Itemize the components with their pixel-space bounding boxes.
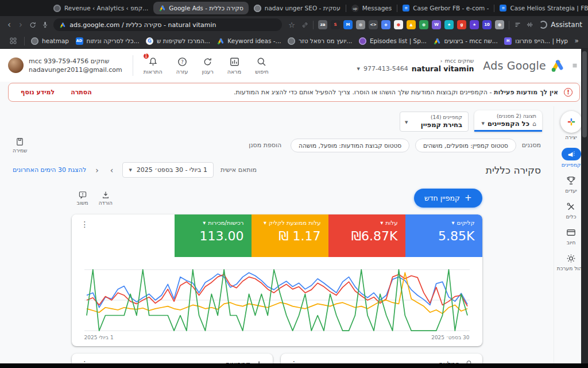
extension-icon[interactable]: W xyxy=(432,20,441,29)
rail-item-create[interactable]: יצירה xyxy=(560,111,582,140)
forward-button[interactable]: › xyxy=(17,21,24,29)
scrollbar-thumb[interactable] xyxy=(582,51,587,137)
metric-avg-cpc[interactable]: עלות ממוצעת לקליק▼ ₪ 1.17 xyxy=(252,214,328,257)
bookmark-item[interactable]: Keyword ideas -... xyxy=(216,37,281,45)
bookmark-item[interactable]: Episodes list | Sp... xyxy=(359,37,427,45)
rail-item-billing[interactable]: חיוב xyxy=(566,227,577,246)
feedback-button[interactable]: משוב xyxy=(77,190,88,206)
extension-icon[interactable]: ● xyxy=(495,20,504,29)
link-icon[interactable] xyxy=(301,21,308,29)
mic-icon[interactable] xyxy=(41,21,49,29)
chevron-down-icon: ▼ xyxy=(203,221,206,225)
alert-banner: ! אין לך מודעות פעילות - הקמפיינים וקבוצ… xyxy=(8,83,580,102)
bookmark-star-icon[interactable]: ☆ xyxy=(287,21,297,29)
date-prev-button[interactable]: ‹ xyxy=(93,166,101,175)
rail-item-tools[interactable]: כלים xyxy=(566,201,577,220)
reload-button[interactable] xyxy=(29,21,37,29)
menu-icon[interactable] xyxy=(570,60,580,71)
appearance-button[interactable]: מראה xyxy=(227,56,241,75)
refresh-button[interactable]: רענון xyxy=(202,56,214,75)
hide-alert-button[interactable]: הסתרה xyxy=(71,89,92,96)
campaign-picker-dropdown[interactable]: קמפיינים (14) בחירת קמפיין ▼ xyxy=(400,112,469,132)
browser-tab-active[interactable]: Google Ads - סקירה כללית xyxy=(153,2,248,14)
bookmark-item[interactable]: יועץ מס רפאל טזר... xyxy=(288,37,352,45)
rail-item-campaigns[interactable]: קמפיינים xyxy=(562,148,581,168)
extension-icon[interactable]: <> xyxy=(369,20,378,29)
rail-item-goals[interactable]: יעדים xyxy=(565,175,577,194)
create-plus-icon xyxy=(560,111,582,133)
reading-list-icon[interactable] xyxy=(514,21,521,29)
save-button[interactable]: שמירה xyxy=(13,137,27,154)
page-scrollbar[interactable] xyxy=(581,49,588,363)
waveform-icon[interactable] xyxy=(526,21,533,29)
date-range-dropdown[interactable]: 1 ביולי - 30 בספט׳ 2025 ▼ xyxy=(122,162,213,178)
extension-icon[interactable]: M xyxy=(343,20,353,29)
bookmark-item[interactable]: heatmap xyxy=(31,37,69,45)
browser-tab-strip: Revenue ‹ Analytics ‹ קמפ... Google Ads … xyxy=(0,0,588,16)
bookmark-item[interactable]: ADכלי לסריקה וניתוח... xyxy=(76,37,140,45)
overview-chart[interactable] xyxy=(84,265,470,333)
extension-icon[interactable]: S xyxy=(331,20,340,29)
metric-cost[interactable]: עלות▼ ₪6.87K xyxy=(328,214,405,257)
google-ads-icon xyxy=(433,37,440,45)
overview-chart-card: קליקים▼ 5.85K עלות▼ ₪6.87K עלות ממוצעת ל… xyxy=(72,214,482,346)
date-next-button[interactable]: › xyxy=(108,166,116,175)
page-title: סקירה כללית xyxy=(486,164,541,176)
window-bottom-edge xyxy=(0,363,588,368)
refresh-icon xyxy=(202,56,213,67)
browser-tab[interactable]: nadav unger SEO - עסקית xyxy=(249,2,346,14)
bookmark-item[interactable]: ביצועים - mcc שח... xyxy=(433,37,497,45)
extension-icon[interactable]: 10 xyxy=(482,20,492,29)
last-30-days-link[interactable]: להצגת 30 הימים האחרונים xyxy=(13,166,86,174)
app-header: Ads Google mcc שחקים‹ natural vitamin 97… xyxy=(0,49,588,82)
extension-icon[interactable]: ▲ xyxy=(407,20,416,29)
extension-icon[interactable]: ● xyxy=(419,20,428,29)
help-button[interactable]: ? עזרה xyxy=(176,56,188,75)
google-ads-favicon xyxy=(59,22,65,28)
learn-more-button[interactable]: למידע נוסף xyxy=(21,89,55,96)
google-icon: G xyxy=(146,37,153,45)
download-button[interactable]: הורדה xyxy=(99,190,113,206)
browser-tab[interactable]: Revenue ‹ Analytics ‹ קמפ... xyxy=(48,2,153,14)
chevron-down-icon: ▼ xyxy=(380,221,383,225)
bookmark-item[interactable]: Hהייפ פתרונו... | Hyp xyxy=(504,37,568,45)
extension-icon[interactable]: ★ xyxy=(444,20,454,29)
trophy-icon xyxy=(566,175,577,186)
account-picker[interactable]: mcc שחקים‹ natural vitamin 977-413-5464 … xyxy=(357,57,474,73)
apps-grid-icon[interactable] xyxy=(9,37,17,45)
extension-icon[interactable]: ● xyxy=(394,20,403,29)
extension-icon[interactable]: g xyxy=(457,20,466,29)
url-bar[interactable]: ads.google.com / סקירה כללית - natural v… xyxy=(53,18,282,31)
notifications-button[interactable]: 1 התראות xyxy=(144,56,163,75)
filter-chip-adgroup-status[interactable]: סטטוס קבוצת המודעות: מופעל, מושהה xyxy=(291,139,409,152)
metric-clicks[interactable]: קליקים▼ 5.85K xyxy=(405,214,482,257)
bookmark-item[interactable]: Gהמרכז לשקיפות ש... xyxy=(146,37,210,45)
card-menu-button[interactable]: ⋮ xyxy=(81,220,89,228)
add-filter-button[interactable]: הוספת מסנן xyxy=(249,141,281,149)
bookmarks-overflow-button[interactable]: » xyxy=(575,37,579,45)
metric-conversions[interactable]: רכישות/מכירות▼ 113.00 xyxy=(175,214,252,257)
browser-tab[interactable]: ≡ Case Gerbor FB - e-com - xyxy=(397,2,494,14)
view-all-campaigns-tab[interactable]: תצוגה (2 מסננים) ⌂ כל הקמפיינים ▼ xyxy=(474,110,542,132)
account-info[interactable]: mcc שחקים 939-759-4756 nadavunger2011@gm… xyxy=(8,57,122,74)
toolbar-separator xyxy=(313,21,314,29)
back-button[interactable]: ‹ xyxy=(6,21,13,29)
google-ads-logo: Ads Google xyxy=(483,58,564,72)
google-ads-logo-icon xyxy=(550,58,564,72)
extension-icon[interactable]: ◆ xyxy=(381,20,390,29)
new-campaign-button[interactable]: + קמפיין חדש xyxy=(414,189,482,208)
browser-tab[interactable]: up Messages xyxy=(346,2,397,14)
google-ads-icon xyxy=(216,37,224,45)
browser-tab[interactable]: ≡ Case Helios Strategia | FB xyxy=(494,2,588,14)
assistant-button[interactable]: Assistant xyxy=(539,21,582,29)
download-icon xyxy=(101,190,110,200)
extension-icon[interactable]: za xyxy=(318,20,327,29)
extension-icon[interactable]: ● xyxy=(356,20,365,29)
ad-tool-icon: AD xyxy=(76,37,83,45)
avatar[interactable] xyxy=(8,57,24,73)
extension-icon[interactable]: ★ xyxy=(470,20,479,29)
search-button[interactable]: חיפוש xyxy=(255,56,269,75)
tools-icon xyxy=(566,201,577,212)
filter-chip-campaign-status[interactable]: סטטוס קמפיין: מופעלים, מושהים xyxy=(415,139,516,152)
plus-icon: + xyxy=(465,194,472,202)
